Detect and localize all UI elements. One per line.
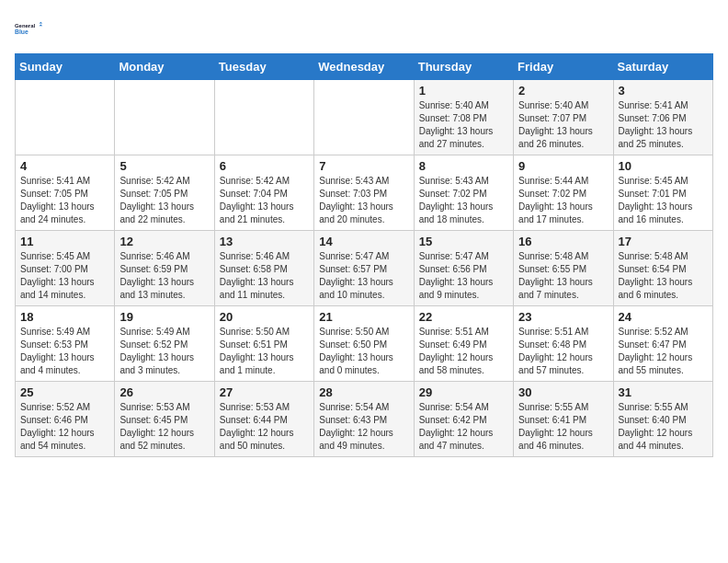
day-number: 19: [119, 310, 209, 324]
calendar-cell: 31Sunrise: 5:55 AM Sunset: 6:40 PM Dayli…: [613, 382, 712, 457]
calendar-cell: [16, 80, 115, 155]
day-info: Sunrise: 5:45 AM Sunset: 7:00 PM Dayligh…: [20, 250, 109, 302]
calendar-cell: 5Sunrise: 5:42 AM Sunset: 7:05 PM Daylig…: [115, 155, 214, 231]
header-day: Saturday: [613, 54, 712, 80]
calendar-cell: 25Sunrise: 5:52 AM Sunset: 6:46 PM Dayli…: [16, 382, 115, 457]
calendar-cell: 6Sunrise: 5:42 AM Sunset: 7:04 PM Daylig…: [214, 155, 313, 231]
calendar-cell: 16Sunrise: 5:48 AM Sunset: 6:55 PM Dayli…: [514, 231, 613, 306]
day-number: 26: [119, 385, 209, 399]
day-info: Sunrise: 5:48 AM Sunset: 6:55 PM Dayligh…: [518, 250, 608, 302]
day-number: 31: [619, 385, 708, 399]
day-info: Sunrise: 5:41 AM Sunset: 7:05 PM Dayligh…: [20, 175, 109, 226]
day-number: 21: [319, 310, 408, 324]
day-number: 5: [119, 159, 209, 173]
day-info: Sunrise: 5:41 AM Sunset: 7:06 PM Dayligh…: [619, 99, 708, 151]
day-info: Sunrise: 5:51 AM Sunset: 6:49 PM Dayligh…: [419, 326, 508, 377]
calendar-cell: 3Sunrise: 5:41 AM Sunset: 7:06 PM Daylig…: [613, 80, 712, 155]
calendar-cell: 15Sunrise: 5:47 AM Sunset: 6:56 PM Dayli…: [414, 231, 513, 306]
calendar-cell: 12Sunrise: 5:46 AM Sunset: 6:59 PM Dayli…: [115, 231, 214, 306]
day-info: Sunrise: 5:54 AM Sunset: 6:43 PM Dayligh…: [319, 401, 408, 453]
day-number: 20: [220, 310, 309, 324]
day-info: Sunrise: 5:50 AM Sunset: 6:51 PM Dayligh…: [220, 326, 309, 377]
calendar-cell: [214, 80, 313, 155]
day-info: Sunrise: 5:52 AM Sunset: 6:46 PM Dayligh…: [20, 401, 109, 453]
day-info: Sunrise: 5:53 AM Sunset: 6:45 PM Dayligh…: [119, 401, 209, 453]
day-number: 25: [20, 385, 109, 399]
svg-text:Blue: Blue: [15, 29, 28, 35]
page-header: General Blue: [15, 15, 713, 44]
calendar-cell: 29Sunrise: 5:54 AM Sunset: 6:42 PM Dayli…: [414, 382, 513, 457]
calendar-cell: 28Sunrise: 5:54 AM Sunset: 6:43 PM Dayli…: [314, 382, 414, 457]
day-info: Sunrise: 5:49 AM Sunset: 6:52 PM Dayligh…: [119, 326, 209, 377]
calendar-week: 11Sunrise: 5:45 AM Sunset: 7:00 PM Dayli…: [16, 231, 713, 306]
day-number: 8: [419, 159, 508, 173]
svg-marker-2: [40, 22, 43, 24]
calendar-cell: 4Sunrise: 5:41 AM Sunset: 7:05 PM Daylig…: [16, 155, 115, 231]
day-number: 1: [419, 84, 508, 98]
calendar-week: 18Sunrise: 5:49 AM Sunset: 6:53 PM Dayli…: [16, 306, 713, 382]
svg-marker-3: [40, 25, 43, 27]
header-day: Monday: [115, 54, 214, 80]
day-number: 13: [220, 235, 309, 248]
calendar-week: 1Sunrise: 5:40 AM Sunset: 7:08 PM Daylig…: [16, 80, 713, 155]
calendar-header: SundayMondayTuesdayWednesdayThursdayFrid…: [16, 54, 713, 80]
day-info: Sunrise: 5:47 AM Sunset: 6:56 PM Dayligh…: [419, 250, 508, 302]
day-number: 29: [419, 385, 508, 399]
calendar-cell: 20Sunrise: 5:50 AM Sunset: 6:51 PM Dayli…: [214, 306, 313, 382]
calendar-cell: 26Sunrise: 5:53 AM Sunset: 6:45 PM Dayli…: [115, 382, 214, 457]
calendar-cell: 8Sunrise: 5:43 AM Sunset: 7:02 PM Daylig…: [414, 155, 513, 231]
day-info: Sunrise: 5:55 AM Sunset: 6:40 PM Dayligh…: [619, 401, 708, 453]
day-number: 4: [20, 159, 109, 173]
calendar-cell: 13Sunrise: 5:46 AM Sunset: 6:58 PM Dayli…: [214, 231, 313, 306]
calendar-cell: 7Sunrise: 5:43 AM Sunset: 7:03 PM Daylig…: [314, 155, 414, 231]
logo: General Blue: [15, 15, 44, 44]
day-info: Sunrise: 5:46 AM Sunset: 6:59 PM Dayligh…: [119, 250, 209, 302]
header-day: Wednesday: [314, 54, 414, 80]
header-day: Friday: [514, 54, 613, 80]
day-info: Sunrise: 5:40 AM Sunset: 7:08 PM Dayligh…: [419, 99, 508, 151]
calendar-cell: 10Sunrise: 5:45 AM Sunset: 7:01 PM Dayli…: [613, 155, 712, 231]
calendar-cell: [314, 80, 414, 155]
day-info: Sunrise: 5:50 AM Sunset: 6:50 PM Dayligh…: [319, 326, 408, 377]
day-info: Sunrise: 5:47 AM Sunset: 6:57 PM Dayligh…: [319, 250, 408, 302]
calendar-cell: 23Sunrise: 5:51 AM Sunset: 6:48 PM Dayli…: [514, 306, 613, 382]
day-number: 16: [518, 235, 608, 248]
day-number: 14: [319, 235, 408, 248]
day-info: Sunrise: 5:43 AM Sunset: 7:02 PM Dayligh…: [419, 175, 508, 226]
day-number: 22: [419, 310, 508, 324]
header-day: Tuesday: [214, 54, 313, 80]
day-info: Sunrise: 5:46 AM Sunset: 6:58 PM Dayligh…: [220, 250, 309, 302]
day-number: 30: [518, 385, 608, 399]
day-number: 23: [518, 310, 608, 324]
day-info: Sunrise: 5:45 AM Sunset: 7:01 PM Dayligh…: [619, 175, 708, 226]
day-number: 6: [220, 159, 309, 173]
calendar-cell: 19Sunrise: 5:49 AM Sunset: 6:52 PM Dayli…: [115, 306, 214, 382]
calendar-cell: 18Sunrise: 5:49 AM Sunset: 6:53 PM Dayli…: [16, 306, 115, 382]
calendar-cell: 22Sunrise: 5:51 AM Sunset: 6:49 PM Dayli…: [414, 306, 513, 382]
day-info: Sunrise: 5:48 AM Sunset: 6:54 PM Dayligh…: [619, 250, 708, 302]
day-number: 11: [20, 235, 109, 248]
header-day: Thursday: [414, 54, 513, 80]
svg-text:General: General: [15, 23, 35, 29]
day-info: Sunrise: 5:40 AM Sunset: 7:07 PM Dayligh…: [518, 99, 608, 151]
calendar-cell: 2Sunrise: 5:40 AM Sunset: 7:07 PM Daylig…: [514, 80, 613, 155]
header-row: SundayMondayTuesdayWednesdayThursdayFrid…: [16, 54, 713, 80]
day-number: 17: [619, 235, 708, 248]
header-day: Sunday: [16, 54, 115, 80]
calendar-cell: [115, 80, 214, 155]
calendar-cell: 24Sunrise: 5:52 AM Sunset: 6:47 PM Dayli…: [613, 306, 712, 382]
day-info: Sunrise: 5:42 AM Sunset: 7:05 PM Dayligh…: [119, 175, 209, 226]
day-number: 3: [619, 84, 708, 98]
day-number: 24: [619, 310, 708, 324]
day-info: Sunrise: 5:44 AM Sunset: 7:02 PM Dayligh…: [518, 175, 608, 226]
logo-icon: General Blue: [15, 15, 44, 44]
day-info: Sunrise: 5:49 AM Sunset: 6:53 PM Dayligh…: [20, 326, 109, 377]
day-info: Sunrise: 5:43 AM Sunset: 7:03 PM Dayligh…: [319, 175, 408, 226]
day-number: 12: [119, 235, 209, 248]
calendar-cell: 21Sunrise: 5:50 AM Sunset: 6:50 PM Dayli…: [314, 306, 414, 382]
day-number: 15: [419, 235, 508, 248]
calendar-cell: 14Sunrise: 5:47 AM Sunset: 6:57 PM Dayli…: [314, 231, 414, 306]
day-number: 27: [220, 385, 309, 399]
day-number: 28: [319, 385, 408, 399]
calendar-cell: 30Sunrise: 5:55 AM Sunset: 6:41 PM Dayli…: [514, 382, 613, 457]
